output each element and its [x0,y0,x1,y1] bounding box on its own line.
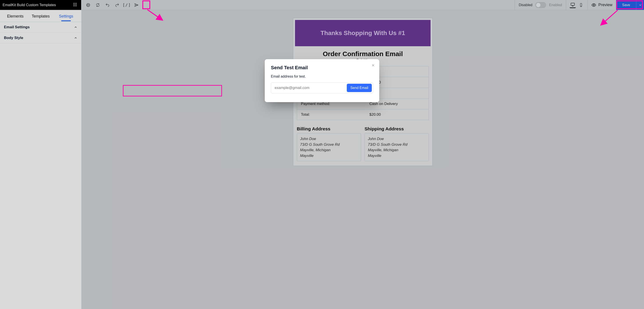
topbar-right: Disabled Enabled Preview Save [514,0,644,10]
addr-line: Mayville, Michigan [368,147,426,153]
eye-icon [591,3,596,7]
app-title-strip: EmailKit Build Custom Templates [0,0,81,10]
shipping-title: Shipping Address [364,126,429,131]
tab-elements[interactable]: Elements [3,11,28,21]
state-toggle-group: Disabled Enabled [514,0,566,10]
email-heading: Order Confirmation Email [297,50,429,58]
send-test-icon[interactable] [132,0,141,10]
test-email-input[interactable] [274,85,344,90]
svg-rect-10 [571,3,575,5]
section-body-style[interactable]: Body Style [0,33,82,43]
apps-grid-icon[interactable] [73,2,77,8]
send-test-email-modal: Send Test Email Email address for test. … [265,59,379,102]
send-email-button[interactable]: Send Email [347,84,372,92]
toolbar: [/] [81,0,144,10]
undo-icon[interactable] [103,0,112,10]
refresh-icon[interactable] [94,0,102,10]
top-bar: EmailKit Build Custom Templates [/] Disa… [0,0,644,10]
preview-label: Preview [598,3,612,7]
tab-templates-label: Templates [32,14,50,18]
chevron-up-icon [74,36,78,40]
chevron-down-icon [638,3,642,7]
modal-close-button[interactable] [370,62,376,68]
tab-templates[interactable]: Templates [28,11,54,21]
preview-button[interactable]: Preview [588,0,616,10]
svg-rect-3 [74,4,74,5]
section-email-settings[interactable]: Email Settings [0,22,82,33]
cell: $20.00 [366,109,428,120]
svg-rect-4 [74,4,75,5]
app-title: EmailKit Build Custom Templates [3,3,56,7]
close-icon [371,63,375,67]
svg-rect-0 [74,3,74,3]
chevron-up-icon [74,25,78,29]
email-hero-title: Thanks Shopping With Us #1 [320,29,405,37]
save-caret[interactable] [636,0,644,10]
enabled-toggle[interactable] [536,2,546,8]
svg-rect-6 [74,5,74,6]
send-email-button-label: Send Email [350,86,368,90]
desktop-device-icon[interactable] [570,2,576,8]
device-group [566,0,588,10]
modal-input-row: Send Email [271,82,373,93]
main: Elements Templates Settings Email Settin… [0,10,644,309]
svg-point-13 [593,4,594,6]
billing-address: John Doe 73/D G South Grove Rd Mayville,… [297,133,361,161]
tab-elements-label: Elements [7,14,24,18]
modal-help: Email address for test. [271,74,373,78]
section-body-style-label: Body Style [4,36,23,40]
addr-line: Mayville, Michigan [300,147,358,153]
sidebar: Elements Templates Settings Email Settin… [0,10,82,309]
billing-title: Billing Address [297,126,361,131]
cell: Total: [297,109,366,120]
svg-rect-5 [76,4,76,5]
svg-point-12 [581,6,581,6]
save-group: Save [616,0,644,10]
state-enabled-label: Enabled [549,3,562,7]
tab-settings[interactable]: Settings [53,11,79,21]
billing-column: Billing Address John Doe 73/D G South Gr… [297,126,361,161]
sidebar-tabs: Elements Templates Settings [0,10,82,22]
addr-line: Mayville [368,153,426,159]
redo-icon[interactable] [113,0,122,10]
table-row: Total:$20.00 [297,109,429,120]
svg-rect-2 [76,3,76,3]
svg-rect-7 [74,5,75,6]
wordpress-icon[interactable] [84,0,92,10]
addr-line: John Doe [300,136,358,142]
addr-line: 73/D G South Grove Rd [368,142,426,147]
shipping-column: Shipping Address John Doe 73/D G South G… [364,126,429,161]
svg-rect-1 [74,3,75,3]
tab-settings-label: Settings [59,14,73,18]
modal-title: Send Test Email [271,65,373,70]
canvas[interactable]: Thanks Shopping With Us #1 Order Confirm… [82,10,644,309]
section-email-settings-label: Email Settings [4,25,30,29]
save-label: Save [622,3,630,7]
email-hero: Thanks Shopping With Us #1 [295,20,430,46]
address-grid: Billing Address John Doe 73/D G South Gr… [297,126,429,161]
state-disabled-label: Disabled [519,3,532,7]
addr-line: 73/D G South Grove Rd [300,142,358,147]
shipping-address: John Doe 73/D G South Grove Rd Mayville,… [364,133,429,161]
addr-line: Mayville [300,153,358,159]
addr-line: John Doe [368,136,426,142]
save-button[interactable]: Save [616,0,636,10]
shortcodes-icon[interactable]: [/] [122,0,131,10]
svg-rect-8 [76,5,76,6]
mobile-device-icon[interactable] [578,2,584,8]
